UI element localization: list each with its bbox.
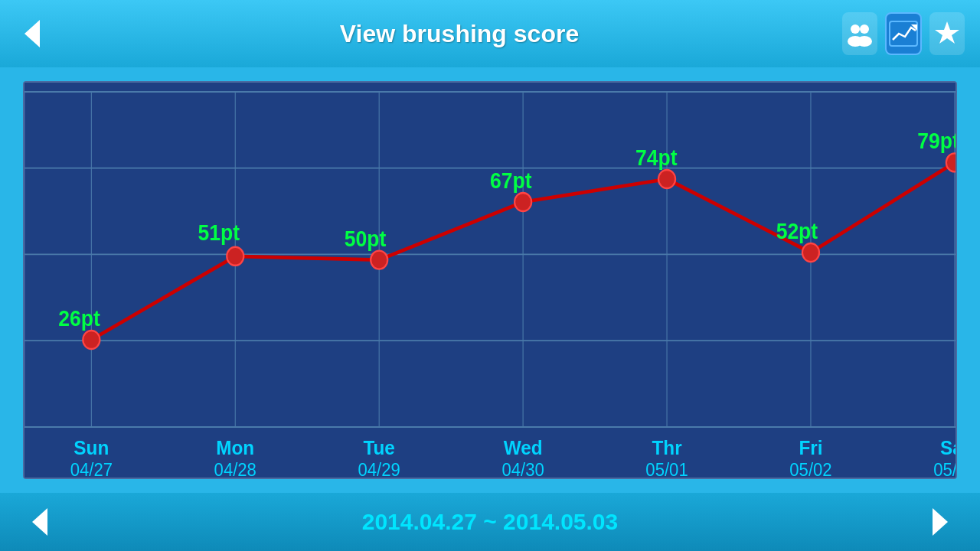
svg-text:74pt: 74pt	[635, 145, 678, 170]
chart-svg: 100 75 50 25 0 26pt 51pt 50pt 67pt 74pt …	[24, 83, 956, 478]
chart-container: 100 75 50 25 0 26pt 51pt 50pt 67pt 74pt …	[23, 81, 957, 479]
svg-text:Sun: Sun	[74, 436, 109, 458]
svg-text:Mon: Mon	[216, 436, 254, 458]
svg-text:67pt: 67pt	[490, 168, 532, 193]
back-arrow[interactable]	[15, 17, 49, 51]
svg-marker-56	[933, 508, 948, 536]
svg-text:50pt: 50pt	[345, 227, 387, 251]
main-content: 100 75 50 25 0 26pt 51pt 50pt 67pt 74pt …	[0, 67, 980, 493]
svg-point-28	[227, 247, 243, 266]
svg-text:79pt: 79pt	[917, 129, 956, 153]
group-icon-btn[interactable]	[842, 12, 877, 55]
svg-marker-0	[24, 20, 40, 47]
svg-text:05/01: 05/01	[645, 459, 688, 478]
back-nav[interactable]	[15, 17, 77, 51]
svg-point-29	[371, 251, 387, 269]
svg-text:Thr: Thr	[652, 436, 681, 458]
svg-text:26pt: 26pt	[58, 306, 100, 331]
svg-marker-55	[32, 508, 47, 536]
date-range: 2014.04.27 ~ 2014.05.03	[57, 509, 923, 535]
svg-text:05/02: 05/02	[789, 459, 831, 478]
svg-text:Wed: Wed	[504, 436, 543, 458]
svg-marker-7	[935, 21, 959, 44]
header: View brushing score	[0, 0, 980, 67]
svg-text:04/29: 04/29	[358, 459, 400, 478]
svg-point-4	[857, 36, 872, 47]
footer-forward-arrow[interactable]	[923, 505, 957, 539]
svg-rect-8	[24, 83, 956, 478]
svg-point-33	[946, 153, 956, 171]
header-actions	[842, 12, 965, 55]
chart-icon-btn[interactable]	[885, 12, 921, 55]
page-title: View brushing score	[77, 20, 842, 48]
svg-text:Tue: Tue	[363, 436, 394, 458]
svg-text:52pt: 52pt	[776, 219, 818, 243]
svg-text:Fri: Fri	[799, 436, 822, 458]
svg-point-1	[851, 24, 860, 34]
svg-text:04/28: 04/28	[214, 459, 256, 478]
svg-point-27	[83, 331, 100, 349]
svg-text:Sat: Sat	[940, 436, 956, 458]
star-icon-btn[interactable]	[929, 12, 965, 55]
svg-point-31	[658, 170, 675, 188]
footer-back-arrow[interactable]	[23, 505, 57, 539]
svg-text:04/30: 04/30	[501, 459, 544, 478]
svg-point-32	[802, 243, 819, 262]
svg-point-30	[514, 193, 531, 211]
svg-text:04/27: 04/27	[70, 459, 113, 478]
svg-text:05/03: 05/03	[933, 459, 956, 478]
footer: 2014.04.27 ~ 2014.05.03	[0, 493, 980, 551]
svg-point-2	[860, 24, 869, 34]
svg-text:51pt: 51pt	[198, 220, 240, 245]
